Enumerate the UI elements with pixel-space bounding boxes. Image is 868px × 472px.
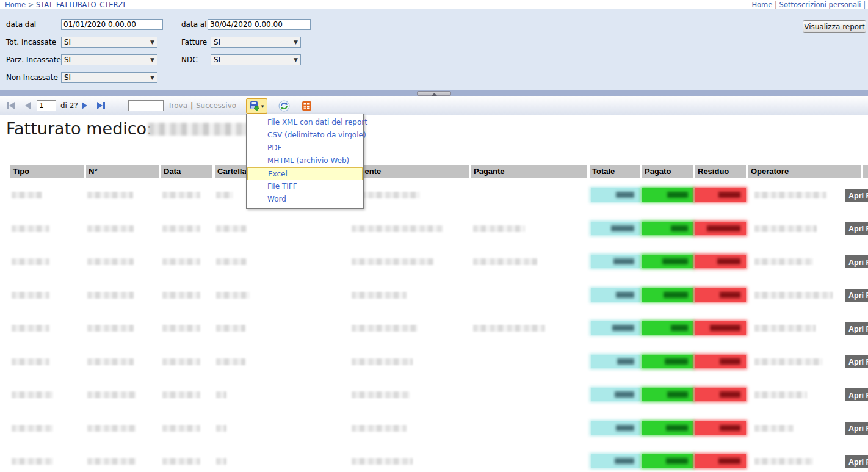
find-button[interactable]: Trova bbox=[168, 101, 187, 110]
pagato-amount-cell bbox=[642, 288, 693, 302]
redacted-data-cell bbox=[162, 192, 200, 198]
column-header-operatore: Operatore bbox=[748, 165, 861, 178]
link-separator: | bbox=[775, 1, 777, 9]
redacted-n-cell bbox=[87, 192, 133, 198]
find-text-input[interactable] bbox=[128, 100, 164, 111]
redacted-residuo-value bbox=[718, 192, 740, 198]
ndc-select[interactable]: SI ▼ bbox=[211, 54, 301, 65]
column-header-tipo: Tipo bbox=[10, 165, 84, 178]
column-header-totale: Totale bbox=[590, 165, 640, 178]
apri-button[interactable]: Apri F bbox=[845, 355, 868, 368]
ndc-label: NDC bbox=[181, 56, 198, 64]
residuo-amount-cell bbox=[695, 188, 746, 202]
redacted-cartella-cell bbox=[216, 258, 247, 265]
redacted-data-cell bbox=[162, 225, 200, 232]
residuo-amount-cell bbox=[695, 388, 746, 401]
redacted-operatore-cell bbox=[754, 225, 817, 232]
refresh-button[interactable] bbox=[278, 100, 290, 112]
residuo-amount-cell bbox=[695, 288, 746, 302]
redacted-tipo-cell bbox=[12, 225, 49, 232]
breadcrumb: Home > STAT_FATTURATO_CTERZI bbox=[5, 1, 125, 9]
data-dal-input[interactable] bbox=[61, 19, 163, 30]
apri-button[interactable]: Apri F bbox=[845, 289, 868, 302]
previous-page-icon[interactable] bbox=[24, 101, 31, 110]
parz-incassate-select[interactable]: SI ▼ bbox=[61, 54, 157, 65]
breadcrumb-current[interactable]: STAT_FATTURATO_CTERZI bbox=[36, 1, 125, 9]
report-viewer-page: Home > STAT_FATTURATO_CTERZI Home | Sott… bbox=[0, 0, 868, 472]
redacted-residuo-value bbox=[710, 325, 740, 331]
export-menu-item-word[interactable]: Word bbox=[247, 193, 363, 206]
redacted-tipo-cell bbox=[12, 292, 49, 299]
tot-incassate-select[interactable]: SI ▼ bbox=[61, 37, 157, 48]
parz-incassate-value: SI bbox=[64, 56, 71, 64]
redacted-cliente-cell bbox=[352, 425, 407, 432]
column-header-cliente: Cliente bbox=[352, 165, 469, 178]
personal-subscriptions-link[interactable]: Sottoscrizioni personali bbox=[779, 1, 861, 9]
redacted-cliente-cell bbox=[352, 391, 410, 398]
breadcrumb-home-link[interactable]: Home bbox=[5, 1, 26, 9]
data-feed-button[interactable] bbox=[300, 100, 313, 112]
redacted-cliente-cell bbox=[352, 458, 413, 465]
export-menu-item-pdf[interactable]: PDF bbox=[247, 142, 363, 154]
pagato-amount-cell bbox=[642, 321, 693, 335]
non-incassate-select[interactable]: SI ▼ bbox=[61, 72, 157, 83]
table-row: Apri F bbox=[0, 311, 868, 344]
redacted-cartella-cell bbox=[216, 425, 226, 432]
top-bar: Home > STAT_FATTURATO_CTERZI Home | Sott… bbox=[0, 0, 868, 9]
apri-button[interactable]: Apri F bbox=[845, 388, 868, 401]
apri-button[interactable]: Apri F bbox=[845, 422, 868, 435]
redacted-pagato-value bbox=[666, 458, 688, 464]
chevron-down-icon: ▼ bbox=[294, 39, 298, 45]
redacted-cliente-cell bbox=[352, 358, 413, 365]
redacted-pagato-value bbox=[662, 258, 688, 264]
non-incassate-value: SI bbox=[64, 73, 71, 82]
export-menu-item-mhtml[interactable]: MHTML (archivio Web) bbox=[247, 154, 363, 167]
home-link[interactable]: Home bbox=[751, 1, 772, 9]
redacted-pagato-value bbox=[671, 225, 688, 231]
redacted-cliente-cell bbox=[352, 225, 443, 232]
collapse-parameters-handle[interactable] bbox=[417, 91, 451, 96]
redacted-cliente-cell bbox=[352, 258, 434, 265]
fatture-select[interactable]: SI ▼ bbox=[211, 37, 301, 48]
export-menu-item-csv[interactable]: CSV (delimitato da virgole) bbox=[247, 129, 363, 142]
redacted-n-cell bbox=[87, 325, 134, 332]
residuo-amount-cell bbox=[695, 321, 746, 335]
visualizza-report-button[interactable]: Visualizza report bbox=[803, 20, 866, 33]
redacted-totale-value bbox=[616, 192, 634, 198]
column-header-residuo: Residuo bbox=[695, 165, 746, 178]
apri-button[interactable]: Apri F bbox=[845, 322, 868, 335]
data-al-input[interactable] bbox=[208, 19, 311, 30]
totale-amount-cell bbox=[591, 288, 640, 302]
apri-button[interactable]: Apri F bbox=[845, 455, 868, 468]
find-next-button[interactable]: Successivo bbox=[196, 101, 236, 110]
table-row: Apri F bbox=[0, 245, 868, 278]
export-menu-item-excel[interactable]: Excel bbox=[247, 167, 363, 180]
export-dropdown-button[interactable]: ▾ bbox=[246, 98, 267, 114]
apri-button[interactable]: Apri F bbox=[845, 189, 868, 202]
redacted-operatore-cell bbox=[754, 425, 794, 432]
redacted-residuo-value bbox=[720, 358, 740, 365]
redacted-totale-value bbox=[617, 358, 634, 365]
apri-button[interactable]: Apri F bbox=[845, 255, 868, 268]
page-number-input[interactable] bbox=[37, 100, 56, 111]
redacted-cartella-cell bbox=[216, 325, 245, 332]
redacted-n-cell bbox=[87, 425, 136, 432]
export-menu-item-file[interactable]: File TIFF bbox=[247, 180, 363, 193]
redacted-data-cell bbox=[162, 292, 200, 299]
data-al-label: data al bbox=[181, 20, 207, 29]
pagato-amount-cell bbox=[642, 188, 693, 202]
totale-amount-cell bbox=[591, 421, 640, 435]
last-page-icon[interactable] bbox=[96, 101, 106, 110]
redacted-residuo-value bbox=[720, 425, 740, 431]
tot-incassate-value: SI bbox=[64, 38, 71, 46]
column-header-data: Data bbox=[161, 165, 212, 178]
totale-amount-cell bbox=[591, 222, 640, 235]
redacted-operatore-cell bbox=[754, 358, 823, 365]
find-separator: | bbox=[190, 101, 193, 110]
export-menu-item-file[interactable]: File XML con dati del report bbox=[247, 116, 363, 129]
table-row: Apri F bbox=[0, 212, 868, 245]
apri-button[interactable]: Apri F bbox=[845, 222, 868, 235]
redacted-operatore-cell bbox=[754, 325, 816, 332]
next-page-icon[interactable] bbox=[81, 101, 88, 110]
first-page-icon[interactable] bbox=[6, 101, 15, 110]
